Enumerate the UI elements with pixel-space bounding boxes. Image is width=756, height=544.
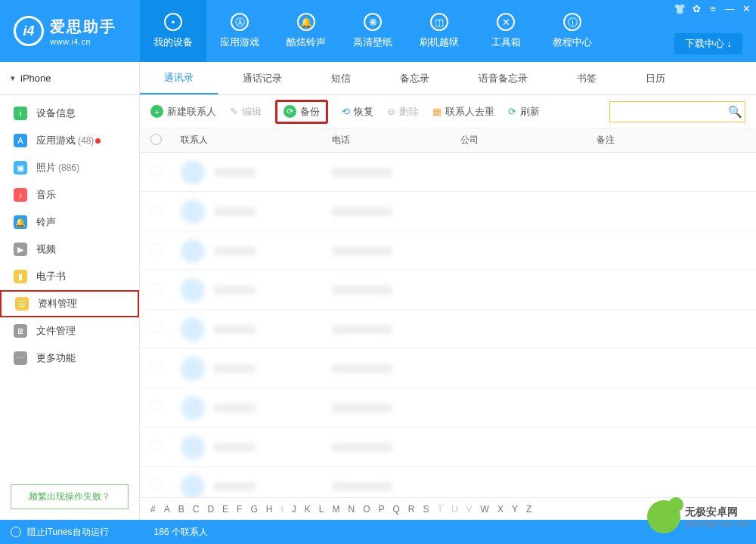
- alpha-R[interactable]: R: [408, 504, 415, 515]
- refresh-button[interactable]: ⟳刷新: [508, 105, 540, 119]
- col-contact[interactable]: 联系人: [181, 134, 332, 147]
- table-row[interactable]: [140, 192, 756, 231]
- alpha-C[interactable]: C: [193, 504, 200, 515]
- alpha-P[interactable]: P: [379, 504, 385, 515]
- tab-通讯录[interactable]: 通讯录: [140, 62, 218, 94]
- row-checkbox[interactable]: [150, 479, 162, 490]
- table-row[interactable]: [140, 231, 756, 270]
- alpha-T[interactable]: T: [438, 504, 443, 515]
- table-row[interactable]: [140, 388, 756, 428]
- top-nav-wrench[interactable]: ✕工具箱: [472, 0, 539, 62]
- sidebar-item-视频[interactable]: ▶视频: [0, 236, 139, 263]
- settings-icon[interactable]: ✿: [691, 3, 702, 14]
- alpha-Z[interactable]: Z: [526, 504, 531, 515]
- alpha-J[interactable]: J: [292, 504, 296, 515]
- top-nav-info[interactable]: ⓘ教程中心: [539, 0, 606, 62]
- top-nav-flower[interactable]: ❋高清壁纸: [339, 0, 406, 62]
- sidebar-item-电子书[interactable]: ▮电子书: [0, 263, 139, 290]
- alpha-O[interactable]: O: [363, 504, 370, 515]
- alpha-K[interactable]: K: [305, 504, 311, 515]
- table-row[interactable]: [140, 310, 756, 349]
- restore-button[interactable]: ⟲恢复: [342, 105, 373, 119]
- alpha-H[interactable]: H: [266, 504, 273, 515]
- alpha-W[interactable]: W: [481, 504, 489, 515]
- row-checkbox[interactable]: [150, 361, 162, 372]
- backup-icon: ⟳: [284, 105, 296, 118]
- sidebar-icon: ▣: [14, 161, 27, 175]
- backup-button[interactable]: ⟳备份: [275, 100, 328, 124]
- tab-通话记录[interactable]: 通话记录: [218, 62, 307, 94]
- row-checkbox[interactable]: [150, 165, 162, 176]
- select-all-checkbox[interactable]: [150, 134, 162, 145]
- search-icon[interactable]: 🔍: [728, 105, 742, 119]
- alpha-A[interactable]: A: [164, 504, 170, 515]
- sidebar-item-更多功能[interactable]: ⋯更多功能: [0, 345, 139, 372]
- row-checkbox[interactable]: [150, 204, 162, 215]
- table-row[interactable]: [140, 270, 756, 310]
- sidebar-item-设备信息[interactable]: i设备信息: [0, 100, 139, 127]
- close-icon[interactable]: ✕: [741, 3, 751, 14]
- row-checkbox[interactable]: [150, 243, 162, 255]
- alpha-L[interactable]: L: [319, 504, 324, 515]
- sidebar-item-铃声[interactable]: 🔔铃声: [0, 209, 139, 236]
- new-contact-button[interactable]: +新建联系人: [150, 105, 216, 119]
- table-row[interactable]: [140, 349, 756, 388]
- alpha-B[interactable]: B: [178, 504, 184, 515]
- search-box[interactable]: 🔍: [609, 101, 745, 122]
- alpha-F[interactable]: F: [237, 504, 242, 515]
- table-row[interactable]: [140, 428, 756, 467]
- download-center-button[interactable]: 下载中心: [674, 33, 742, 54]
- tab-书签[interactable]: 书签: [553, 62, 621, 94]
- alpha-I[interactable]: I: [280, 504, 283, 515]
- top-nav-appstore[interactable]: Ⓐ应用游戏: [206, 0, 273, 62]
- sidebar-item-资料管理[interactable]: ☰资料管理: [0, 290, 139, 317]
- itunes-block-toggle[interactable]: 阻止iTunes自动运行: [11, 526, 109, 539]
- sidebar: iPhone i设备信息A应用游戏(48)▣照片(886)♪音乐🔔铃声▶视频▮电…: [0, 62, 140, 520]
- sidebar-item-应用游戏[interactable]: A应用游戏(48): [0, 127, 139, 154]
- device-selector[interactable]: iPhone: [0, 62, 139, 95]
- sidebar-item-音乐[interactable]: ♪音乐: [0, 181, 139, 209]
- sidebar-icon: ☰: [15, 297, 29, 311]
- alpha-D[interactable]: D: [207, 504, 214, 515]
- tab-短信[interactable]: 短信: [307, 62, 376, 94]
- alpha-Y[interactable]: Y: [512, 504, 518, 515]
- tab-备忘录[interactable]: 备忘录: [376, 62, 454, 94]
- sidebar-item-文件管理[interactable]: 🗎文件管理: [0, 317, 139, 345]
- minimize-icon[interactable]: —: [724, 3, 735, 14]
- row-checkbox[interactable]: [150, 283, 162, 294]
- top-nav-bell[interactable]: 🔔酷炫铃声: [273, 0, 339, 62]
- alpha-V[interactable]: V: [466, 504, 472, 515]
- alpha-S[interactable]: S: [423, 504, 429, 515]
- top-nav-apple[interactable]: •我的设备: [140, 0, 206, 62]
- dedup-button[interactable]: ▦联系人去重: [432, 105, 494, 119]
- toggle-icon: [11, 527, 21, 537]
- edit-button[interactable]: ✎编辑: [230, 105, 262, 119]
- faq-button[interactable]: 频繁出现操作失败？: [11, 484, 129, 509]
- alpha-X[interactable]: X: [497, 504, 503, 515]
- sidebar-icon: ▶: [14, 243, 27, 256]
- alpha-E[interactable]: E: [222, 504, 228, 515]
- avatar: [181, 317, 205, 342]
- search-input[interactable]: [615, 107, 728, 117]
- tab-日历[interactable]: 日历: [621, 62, 690, 94]
- top-nav-box[interactable]: ◫刷机越狱: [406, 0, 472, 62]
- row-checkbox[interactable]: [150, 440, 162, 451]
- delete-button[interactable]: ⊖删除: [387, 105, 419, 119]
- alpha-U[interactable]: U: [451, 504, 458, 515]
- col-note[interactable]: 备注: [596, 134, 745, 147]
- col-phone[interactable]: 电话: [332, 134, 460, 147]
- table-row[interactable]: [140, 467, 756, 497]
- sidebar-item-照片[interactable]: ▣照片(886): [0, 154, 139, 181]
- row-checkbox[interactable]: [150, 322, 162, 333]
- alpha-Q[interactable]: Q: [393, 504, 400, 515]
- alpha-M[interactable]: M: [332, 504, 339, 515]
- col-company[interactable]: 公司: [460, 134, 596, 147]
- alpha-G[interactable]: G: [250, 504, 257, 515]
- table-row[interactable]: [140, 153, 756, 192]
- alpha-#[interactable]: #: [150, 504, 156, 515]
- dropdown-icon[interactable]: ≡: [708, 3, 718, 14]
- row-checkbox[interactable]: [150, 400, 162, 412]
- tab-语音备忘录[interactable]: 语音备忘录: [454, 62, 553, 94]
- alpha-N[interactable]: N: [348, 504, 355, 515]
- shirt-icon[interactable]: 👕: [674, 3, 685, 14]
